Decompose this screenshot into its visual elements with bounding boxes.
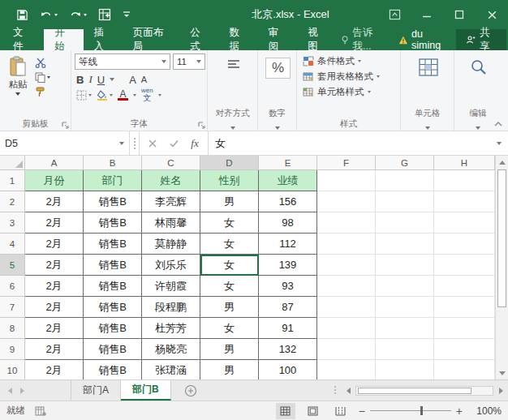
paste-dropdown-icon[interactable]	[15, 92, 20, 96]
row-header[interactable]: 1	[0, 170, 25, 191]
cell[interactable]	[434, 360, 495, 379]
cell[interactable]	[434, 212, 495, 234]
column-header-g[interactable]: G	[376, 156, 434, 170]
share-button[interactable]: 共享	[456, 29, 506, 50]
tell-me-box[interactable]: 告诉我...	[336, 26, 390, 54]
scroll-right-button[interactable]	[495, 384, 506, 397]
cell[interactable]: 2月	[25, 234, 84, 255]
column-header-c[interactable]: C	[142, 156, 200, 170]
cell[interactable]	[434, 318, 495, 339]
copy-dropdown-icon[interactable]	[47, 76, 50, 79]
tab-review[interactable]: 审阅	[258, 29, 297, 50]
normal-view-button[interactable]	[276, 403, 295, 419]
conditional-format-button[interactable]: 条件格式	[300, 54, 398, 69]
row-header[interactable]: 9	[0, 339, 25, 360]
cell[interactable]: 销售B	[84, 212, 142, 234]
cell[interactable]: 98	[259, 212, 317, 234]
cell[interactable]	[434, 191, 495, 212]
insert-function-button[interactable]: fx	[185, 135, 204, 152]
font-color-dropdown-icon[interactable]	[133, 94, 136, 96]
cell[interactable]	[317, 234, 376, 255]
sheet-tab-bumen-b[interactable]: 部门B	[121, 380, 171, 401]
enter-button[interactable]	[164, 135, 183, 152]
select-all-button[interactable]	[0, 156, 25, 170]
paste-button[interactable]: 粘贴	[3, 54, 32, 98]
font-dialog-launcher-icon[interactable]	[198, 122, 205, 129]
zoom-thumb[interactable]	[420, 406, 423, 415]
cell[interactable]: 李亮辉	[142, 191, 200, 212]
cell[interactable]	[376, 360, 434, 379]
cell[interactable]: 销售B	[84, 276, 142, 297]
expand-formula-bar-icon[interactable]	[490, 131, 508, 155]
cell[interactable]	[434, 297, 495, 318]
ribbon-display-options-button[interactable]	[378, 0, 411, 29]
maximize-button[interactable]	[443, 0, 476, 29]
vertical-scrollbar[interactable]	[495, 156, 508, 379]
name-box[interactable]: D5	[0, 131, 130, 155]
column-header-h[interactable]: H	[434, 156, 495, 170]
cell[interactable]: 女	[200, 234, 259, 255]
next-sheet-icon[interactable]	[20, 388, 24, 394]
close-button[interactable]	[476, 0, 508, 29]
cell[interactable]: 许朝霞	[142, 276, 200, 297]
cell[interactable]: 男	[200, 191, 259, 212]
borders-button[interactable]	[76, 90, 92, 101]
cell[interactable]	[376, 255, 434, 276]
cell[interactable]: 男	[200, 360, 259, 379]
cell[interactable]: 姓名	[142, 170, 200, 191]
cell[interactable]	[317, 318, 376, 339]
cell[interactable]: 男	[200, 339, 259, 360]
editing-dropdown-icon[interactable]	[476, 126, 480, 130]
row-header[interactable]: 7	[0, 297, 25, 318]
selected-cell[interactable]: 女	[200, 255, 259, 276]
redo-button[interactable]	[69, 9, 87, 20]
cell[interactable]: 2月	[25, 360, 84, 379]
cell[interactable]: 女	[200, 318, 259, 339]
customize-qat-button[interactable]	[123, 10, 131, 19]
cell[interactable]: 销售B	[84, 360, 142, 379]
row-header-selected[interactable]: 5	[0, 255, 25, 276]
cell[interactable]: 业绩	[259, 170, 317, 191]
cell[interactable]	[376, 212, 434, 234]
cell[interactable]: 莫静静	[142, 234, 200, 255]
cell[interactable]: 月份	[25, 170, 84, 191]
column-header-d[interactable]: D	[200, 156, 259, 170]
cell[interactable]: 91	[259, 318, 317, 339]
cell[interactable]: 2月	[25, 212, 84, 234]
cell[interactable]: 销售B	[84, 255, 142, 276]
cell[interactable]	[434, 234, 495, 255]
cell[interactable]: 2月	[25, 339, 84, 360]
zoom-track[interactable]	[370, 410, 451, 411]
cell[interactable]	[376, 318, 434, 339]
row-header[interactable]: 2	[0, 191, 25, 212]
cell[interactable]	[317, 276, 376, 297]
clipboard-dialog-launcher-icon[interactable]	[62, 122, 69, 129]
cells-button[interactable]	[404, 55, 452, 79]
new-sheet-button[interactable]	[171, 380, 210, 401]
column-header-a[interactable]: A	[25, 156, 84, 170]
cell[interactable]	[434, 170, 495, 191]
row-header[interactable]: 8	[0, 318, 25, 339]
undo-dropdown-icon[interactable]	[54, 14, 58, 16]
user-account[interactable]: du siming	[394, 28, 453, 51]
scrollbar-resize-handle[interactable]	[334, 386, 336, 396]
cell[interactable]: 112	[259, 234, 317, 255]
name-box-dropdown-icon[interactable]	[119, 142, 124, 145]
underline-dropdown-icon[interactable]	[110, 78, 114, 81]
macro-record-icon[interactable]	[35, 406, 46, 416]
formula-input[interactable]: 女	[209, 131, 490, 155]
format-painter-button[interactable]	[32, 86, 53, 98]
cell[interactable]: 部门	[84, 170, 142, 191]
font-name-select[interactable]: 等线	[75, 54, 170, 70]
scroll-down-button[interactable]	[496, 366, 508, 379]
horizontal-scroll-track[interactable]	[355, 386, 493, 396]
scroll-up-button[interactable]	[496, 156, 508, 169]
cell[interactable]: 女	[200, 212, 259, 234]
cell[interactable]	[376, 170, 434, 191]
cell[interactable]: 销售B	[84, 339, 142, 360]
font-size-select[interactable]: 11	[173, 54, 205, 70]
row-header[interactable]: 3	[0, 212, 25, 234]
cell[interactable]: 女	[200, 276, 259, 297]
cell-styles-button[interactable]: 单元格样式	[300, 84, 398, 100]
cell[interactable]	[376, 339, 434, 360]
